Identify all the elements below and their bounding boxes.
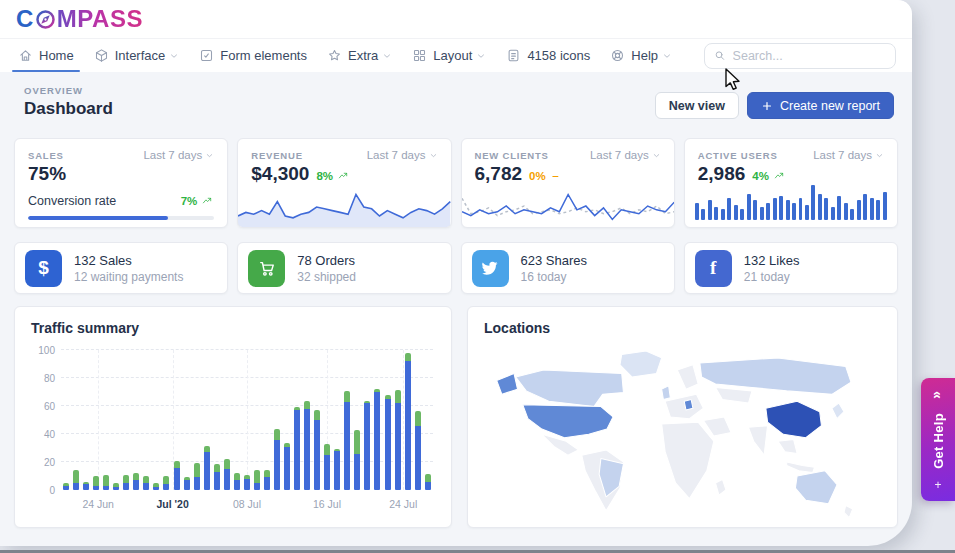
mini-card-title: 623 Shares — [521, 253, 588, 268]
map-central-asia — [715, 387, 751, 403]
traffic-bar — [163, 476, 169, 490]
traffic-bar — [314, 410, 320, 490]
traffic-bar — [385, 395, 391, 490]
chevron-down-icon — [875, 151, 884, 160]
map-japan — [832, 403, 844, 419]
mini-card-132-likes[interactable]: f 132 Likes 21 today — [684, 242, 898, 294]
traffic-bar — [364, 401, 370, 490]
search-box[interactable] — [704, 43, 896, 69]
traffic-bar — [344, 391, 350, 490]
facebook-icon: f — [710, 257, 716, 279]
file-icon — [506, 48, 521, 63]
chevron-down-icon — [652, 151, 661, 160]
traffic-bar — [214, 464, 220, 490]
map-se-asia — [778, 440, 797, 454]
facebook-icon-badge: f — [695, 250, 732, 287]
map-india — [748, 426, 767, 456]
stat-value: $4,300 — [251, 163, 309, 185]
trend-up-icon — [201, 196, 214, 207]
map-uk — [662, 386, 671, 400]
traffic-bar — [143, 476, 149, 490]
mini-card-title: 132 Likes — [744, 253, 800, 268]
y-tick-label: 60 — [31, 401, 55, 412]
y-tick-label: 100 — [31, 345, 55, 356]
conversion-percent: 7% — [181, 195, 215, 207]
new-view-button[interactable]: New view — [655, 92, 739, 119]
map-europe — [665, 394, 703, 418]
create-report-label: Create new report — [780, 99, 880, 113]
nav-item-extra[interactable]: Extra — [317, 39, 402, 72]
y-tick-label: 80 — [31, 373, 55, 384]
nav-item-home[interactable]: Home — [8, 39, 84, 72]
mini-card-78-orders[interactable]: 78 Orders 32 shipped — [237, 242, 451, 294]
nav-item-layout[interactable]: Layout — [402, 39, 496, 72]
traffic-bar — [244, 475, 250, 490]
nav-item-form-elements[interactable]: Form elements — [189, 39, 317, 72]
trend-up-icon — [337, 171, 350, 182]
traffic-bar — [254, 470, 260, 490]
nav-item-interface[interactable]: Interface — [84, 39, 190, 72]
get-help-tab[interactable]: « Get Help + — [921, 378, 955, 501]
clients-sparkline — [462, 185, 674, 227]
traffic-x-axis: 24 JunJul '2008 Jul16 Jul24 Jul — [61, 498, 433, 516]
period-dropdown[interactable]: Last 7 days — [367, 149, 438, 161]
traffic-bar — [374, 389, 380, 490]
cart-icon-badge — [248, 250, 285, 287]
traffic-chart: 020406080100 24 JunJul '2008 Jul16 Jul24… — [61, 350, 433, 516]
stat-card-revenue: REVENUE Last 7 days $4,3008% — [237, 138, 451, 228]
plus-icon — [761, 100, 773, 112]
traffic-bar — [415, 411, 421, 490]
mini-card-623-shares[interactable]: 623 Shares 16 today — [461, 242, 675, 294]
conversion-block: Conversion rate 7% — [15, 194, 227, 220]
world-map-svg — [484, 344, 881, 522]
traffic-bar — [103, 475, 109, 490]
nav-item-label: Interface — [115, 48, 166, 63]
map-usa — [523, 405, 613, 438]
locations-title: Locations — [484, 320, 881, 336]
traffic-plot: 020406080100 — [61, 350, 433, 490]
traffic-bar — [73, 470, 79, 490]
compass-logo[interactable]: C MPASS — [16, 5, 143, 33]
search-input[interactable] — [733, 49, 886, 63]
stat-label: ACTIVE USERS — [698, 150, 778, 161]
traffic-bar — [284, 443, 290, 490]
nav-item-label: Layout — [433, 48, 472, 63]
stat-change: 4% — [752, 170, 786, 182]
x-tick-label: 16 Jul — [313, 498, 341, 510]
star-icon — [327, 48, 342, 63]
map-germany — [684, 400, 693, 410]
logo-letter: C — [16, 5, 34, 33]
y-tick-label: 0 — [31, 485, 55, 496]
get-help-more-icon[interactable]: + — [934, 478, 941, 492]
traffic-bar — [93, 476, 99, 490]
home-icon — [18, 48, 33, 63]
period-dropdown[interactable]: Last 7 days — [590, 149, 661, 161]
map-canada — [516, 370, 624, 406]
package-icon — [94, 48, 109, 63]
period-dropdown[interactable]: Last 7 days — [143, 149, 214, 161]
x-tick-label: 24 Jun — [82, 498, 114, 510]
twitter-icon-badge — [472, 250, 509, 287]
checkbox-icon — [199, 48, 214, 63]
collapse-icon[interactable]: « — [930, 391, 946, 399]
nav-item-label: Help — [631, 48, 658, 63]
trend-up-icon — [773, 171, 786, 182]
nav-item-help[interactable]: Help — [600, 39, 682, 72]
nav-list: HomeInterfaceForm elementsExtraLayout415… — [8, 39, 682, 72]
traffic-summary-card: Traffic summary 020406080100 24 JunJul '… — [14, 306, 452, 528]
nav-item-label: Form elements — [220, 48, 307, 63]
create-report-button[interactable]: Create new report — [747, 92, 894, 119]
nav-item-4158-icons[interactable]: 4158 icons — [496, 39, 600, 72]
mini-card-132-sales[interactable]: $ 132 Sales 12 waiting payments — [14, 242, 228, 294]
world-map[interactable] — [484, 344, 881, 522]
lifebuoy-icon — [610, 48, 625, 63]
period-dropdown[interactable]: Last 7 days — [813, 149, 884, 161]
traffic-bar — [264, 470, 270, 490]
conversion-progressbar — [28, 216, 214, 220]
traffic-bars — [61, 350, 433, 490]
map-indonesia — [787, 462, 815, 472]
compass-icon — [35, 9, 56, 30]
conversion-label: Conversion rate — [28, 194, 116, 208]
chevron-down-icon — [169, 51, 179, 61]
content: OVERVIEW Dashboard New view Create new r… — [0, 85, 912, 528]
